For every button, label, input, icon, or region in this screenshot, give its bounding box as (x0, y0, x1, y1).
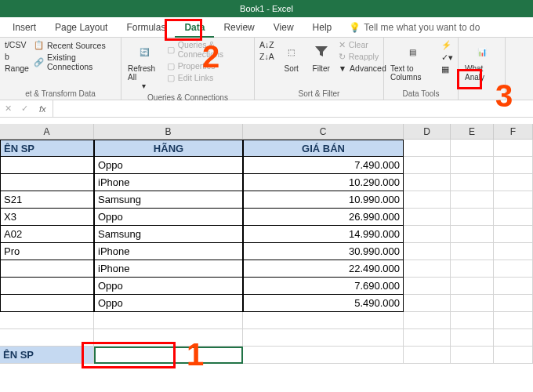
tab-insert[interactable]: Insert (3, 17, 45, 38)
cell[interactable] (0, 157, 94, 174)
cell[interactable]: Pro (0, 243, 94, 260)
cell[interactable] (0, 278, 94, 295)
cell[interactable]: iPhone (94, 260, 243, 278)
cell[interactable] (494, 278, 533, 295)
cell[interactable] (494, 209, 533, 226)
cell[interactable] (94, 329, 243, 347)
cell[interactable]: Samsung (94, 191, 243, 209)
cell[interactable] (451, 312, 494, 329)
tab-data[interactable]: Data (175, 17, 214, 38)
cell[interactable] (404, 260, 451, 278)
cell[interactable] (404, 329, 451, 347)
table-header[interactable]: GIÁ BÁN (243, 140, 404, 157)
enter-icon[interactable]: ✓ (16, 103, 33, 114)
cell[interactable] (451, 191, 494, 209)
cell[interactable]: 22.490.000 (243, 260, 404, 278)
what-if-button[interactable]: 📊 What Analy (463, 39, 500, 83)
cell[interactable] (0, 174, 94, 191)
cell[interactable]: S21 (0, 191, 94, 209)
cell[interactable] (404, 295, 451, 312)
cell[interactable] (494, 312, 533, 329)
cell[interactable] (494, 140, 533, 157)
cell[interactable] (243, 312, 404, 329)
cell[interactable] (451, 209, 494, 226)
col-header-d[interactable]: D (404, 124, 451, 139)
cell[interactable] (494, 295, 533, 312)
filter-button[interactable]: Filter (309, 39, 334, 74)
cell[interactable] (243, 329, 404, 347)
tab-page-layout[interactable]: Page Layout (45, 17, 117, 38)
refresh-all-button[interactable]: 🔄 Refresh All▾ (126, 39, 162, 92)
cell[interactable] (0, 295, 94, 312)
selected-cell[interactable] (94, 347, 243, 364)
flash-fill-button[interactable]: ⚡ (441, 39, 453, 51)
spreadsheet-grid[interactable]: ÊN SP HÃNG GIÁ BÁN Oppo7.490.000 iPhone1… (0, 140, 533, 364)
cell[interactable] (451, 278, 494, 295)
cell[interactable] (494, 260, 533, 278)
cell[interactable] (404, 226, 451, 243)
sort-az-button[interactable]: A↓Z (259, 39, 274, 50)
cell[interactable]: Oppo (94, 157, 243, 174)
col-header-e[interactable]: E (451, 124, 494, 139)
cell[interactable] (494, 329, 533, 347)
tab-help[interactable]: Help (303, 17, 342, 38)
cell[interactable]: Oppo (94, 209, 243, 226)
cell[interactable] (404, 140, 451, 157)
cell[interactable] (494, 243, 533, 260)
cell[interactable]: Samsung (94, 226, 243, 243)
sort-button[interactable]: ⬚ Sort (279, 39, 304, 74)
table-header[interactable]: ÊN SP (0, 140, 94, 157)
formula-input[interactable] (53, 100, 533, 117)
cell[interactable] (404, 312, 451, 329)
cell[interactable] (494, 174, 533, 191)
col-header-b[interactable]: B (94, 124, 243, 139)
cancel-icon[interactable]: ✕ (0, 103, 16, 114)
cell[interactable] (0, 329, 94, 347)
cell[interactable] (451, 243, 494, 260)
cell[interactable]: 5.490.000 (243, 295, 404, 312)
cell[interactable] (494, 157, 533, 174)
cell[interactable] (404, 278, 451, 295)
cell[interactable] (94, 312, 243, 329)
tell-me-search[interactable]: 💡 Tell me what you want to do (349, 22, 480, 33)
cell[interactable]: Oppo (94, 278, 243, 295)
queries-connections-button[interactable]: ▢ Queries & Connections (167, 39, 249, 60)
cell[interactable]: 26.990.000 (243, 209, 404, 226)
cell[interactable] (451, 174, 494, 191)
cell[interactable] (404, 157, 451, 174)
cell[interactable]: 10.990.000 (243, 191, 404, 209)
tab-review[interactable]: Review (214, 17, 263, 38)
cell[interactable] (0, 312, 94, 329)
cell[interactable] (451, 347, 494, 364)
cell[interactable]: 7.690.000 (243, 278, 404, 295)
tab-formulas[interactable]: Formulas (117, 17, 175, 38)
from-web-button[interactable]: b (5, 51, 29, 62)
cell[interactable]: iPhone (94, 243, 243, 260)
cell[interactable]: 14.990.000 (243, 226, 404, 243)
cell[interactable] (494, 226, 533, 243)
cell[interactable] (404, 209, 451, 226)
cell[interactable] (0, 260, 94, 278)
col-header-f[interactable]: F (494, 124, 533, 139)
cell[interactable] (404, 347, 451, 364)
cell[interactable]: iPhone (94, 174, 243, 191)
cell[interactable] (494, 191, 533, 209)
col-header-a[interactable]: A (0, 124, 94, 139)
recent-sources-button[interactable]: 📋 Recent Sources (34, 39, 116, 51)
cell[interactable] (404, 243, 451, 260)
cell[interactable] (451, 226, 494, 243)
tab-view[interactable]: View (264, 17, 303, 38)
sort-za-button[interactable]: Z↓A (259, 51, 274, 62)
advanced-button[interactable]: ▼ Advanced (339, 63, 386, 74)
col-header-c[interactable]: C (243, 124, 404, 139)
cell[interactable] (404, 191, 451, 209)
data-validation-button[interactable]: ✓▾ (441, 52, 453, 63)
from-range-button[interactable]: Range (5, 63, 29, 74)
existing-connections-button[interactable]: 🔗 Existing Connections (34, 52, 116, 72)
cell[interactable] (404, 174, 451, 191)
cell[interactable] (451, 295, 494, 312)
consolidate-button[interactable]: ▦ (441, 64, 453, 74)
cell[interactable]: Oppo (94, 295, 243, 312)
cell[interactable] (451, 157, 494, 174)
table-header[interactable]: ÊN SP (0, 347, 94, 364)
